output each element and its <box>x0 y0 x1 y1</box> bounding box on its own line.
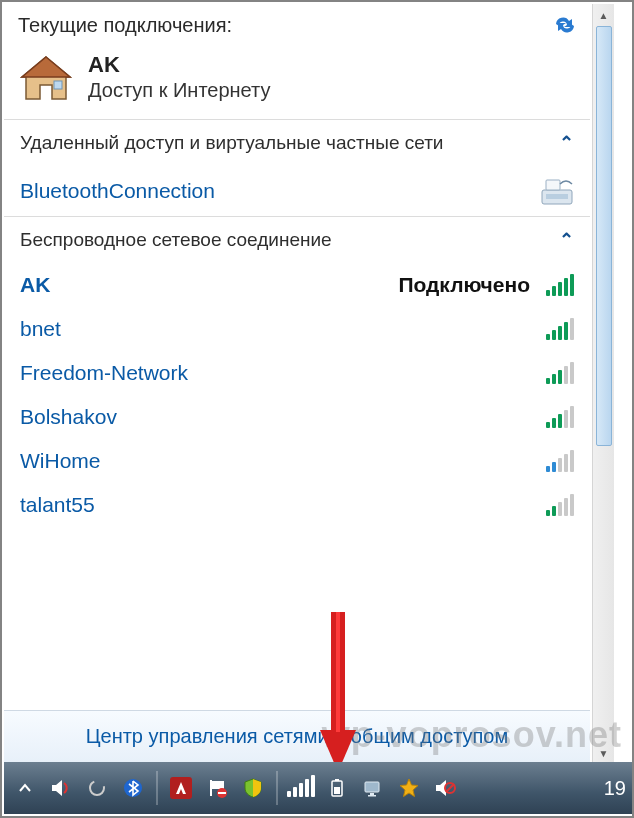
tray-overflow-icon[interactable] <box>10 773 40 803</box>
shield-icon[interactable] <box>238 773 268 803</box>
current-connection: AK Доступ к Интернету <box>4 51 590 119</box>
svg-rect-17 <box>365 782 379 792</box>
scroll-down-icon[interactable]: ▼ <box>593 742 614 764</box>
bluetooth-icon[interactable] <box>118 773 148 803</box>
scrollbar-thumb[interactable] <box>596 26 612 446</box>
network-name: WiHome <box>20 449 101 473</box>
current-connection-name: AK <box>88 53 270 77</box>
signal-icon <box>546 494 574 516</box>
signal-icon <box>546 406 574 428</box>
svg-rect-19 <box>368 795 376 797</box>
network-name: Freedom-Network <box>20 361 188 385</box>
network-flyout-panel: Текущие подключения: AK Доступ к Интерне… <box>4 4 590 764</box>
network-name: Bolshakov <box>20 405 117 429</box>
svg-rect-16 <box>334 787 340 794</box>
svg-rect-15 <box>335 779 339 781</box>
wifi-item-bnet[interactable]: bnet <box>4 307 590 351</box>
volume-icon[interactable] <box>46 773 76 803</box>
wifi-item-talant55[interactable]: talant55 <box>4 483 590 521</box>
tray-separator <box>156 771 158 805</box>
taskbar: 19 <box>4 762 632 814</box>
network-name: AK <box>20 273 50 297</box>
signal-icon <box>546 362 574 384</box>
wifi-item-freedom[interactable]: Freedom-Network <box>4 351 590 395</box>
network-status: Подключено <box>398 273 530 297</box>
network-name: bnet <box>20 317 61 341</box>
network-bars-icon[interactable] <box>286 773 316 803</box>
svg-marker-1 <box>22 57 70 77</box>
flag-blocked-icon[interactable] <box>202 773 232 803</box>
volume-muted-icon[interactable] <box>430 773 460 803</box>
chevron-up-icon: ⌃ <box>559 132 574 154</box>
svg-rect-13 <box>218 792 226 794</box>
svg-marker-7 <box>52 780 62 796</box>
network-name: BluetoothConnection <box>20 179 215 203</box>
group-label: Беспроводное сетевое соединение <box>20 229 332 251</box>
svg-point-8 <box>90 781 104 795</box>
header-title: Текущие подключения: <box>18 14 576 37</box>
scroll-up-icon[interactable]: ▲ <box>593 4 614 26</box>
svg-rect-11 <box>210 780 212 796</box>
scrollbar[interactable]: ▲ ▼ <box>592 4 614 764</box>
signal-icon <box>546 274 574 296</box>
taskbar-clock[interactable]: 19 <box>604 777 626 800</box>
tray-separator <box>276 771 278 805</box>
dialup-item-bluetooth[interactable]: BluetoothConnection <box>4 166 590 216</box>
battery-icon[interactable] <box>322 773 352 803</box>
modem-icon <box>540 176 574 206</box>
wifi-item-wihome[interactable]: WiHome <box>4 439 590 483</box>
current-connection-status: Доступ к Интернету <box>88 78 270 103</box>
svg-line-23 <box>446 784 454 792</box>
header: Текущие подключения: <box>4 4 590 51</box>
spinner-icon[interactable] <box>82 773 112 803</box>
signal-icon <box>546 318 574 340</box>
adobe-icon[interactable] <box>166 773 196 803</box>
home-icon <box>18 53 74 103</box>
wifi-item-bolshakov[interactable]: Bolshakov <box>4 395 590 439</box>
window-frame: Текущие подключения: AK Доступ к Интерне… <box>0 0 634 818</box>
current-connection-text: AK Доступ к Интернету <box>88 53 270 102</box>
svg-rect-5 <box>546 194 568 199</box>
group-header-wireless[interactable]: Беспроводное сетевое соединение ⌃ <box>4 217 590 263</box>
chevron-up-icon: ⌃ <box>559 229 574 251</box>
svg-rect-2 <box>54 81 62 89</box>
group-label: Удаленный доступ и виртуальные частные с… <box>20 132 443 154</box>
network-center-link[interactable]: Центр управления сетями и общим доступом <box>4 710 590 764</box>
svg-marker-20 <box>400 779 418 797</box>
svg-rect-18 <box>370 793 374 795</box>
pc-icon[interactable] <box>358 773 388 803</box>
group-header-dialup[interactable]: Удаленный доступ и виртуальные частные с… <box>4 120 590 166</box>
svg-rect-4 <box>546 180 560 190</box>
scroll-area: Текущие подключения: AK Доступ к Интерне… <box>4 4 614 764</box>
wifi-item-ak[interactable]: AK Подключено <box>4 263 590 307</box>
network-name: talant55 <box>20 493 95 517</box>
refresh-icon[interactable] <box>552 14 578 36</box>
signal-icon <box>546 450 574 472</box>
star-icon[interactable] <box>394 773 424 803</box>
